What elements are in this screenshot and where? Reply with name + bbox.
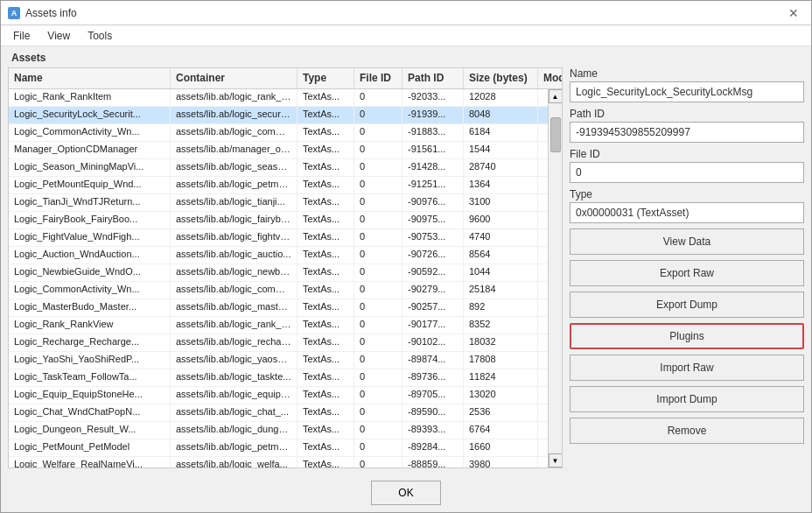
table-row[interactable]: Logic_TaskTeam_FollowTa...assets/lib.ab/… — [9, 369, 548, 387]
table-row[interactable]: Logic_NewbieGuide_WndO...assets/lib.ab/l… — [9, 264, 548, 282]
table-row[interactable]: Logic_TianJi_WndTJReturn...assets/lib.ab… — [9, 194, 548, 212]
scrollbar[interactable]: ▲ ▼ — [548, 89, 562, 467]
table-cell: 2536 — [464, 404, 538, 421]
table-cell: 0 — [354, 439, 402, 456]
menu-tools[interactable]: Tools — [79, 28, 121, 44]
table-header: Name Container Type File ID Path ID Size… — [9, 68, 562, 89]
table-cell — [538, 404, 548, 421]
table-row[interactable]: Logic_PetMount_PetModelassets/lib.ab/log… — [9, 439, 548, 457]
table-cell: 0 — [354, 212, 402, 228]
table-cell: TextAs... — [298, 422, 354, 439]
table-row[interactable]: Logic_FightValue_WndFigh...assets/lib.ab… — [9, 229, 548, 247]
table-row[interactable]: Logic_Season_MiningMapVi...assets/lib.ab… — [9, 159, 548, 177]
table-cell: 1660 — [464, 439, 538, 456]
export-raw-button[interactable]: Export Raw — [570, 260, 804, 286]
table-cell: assets/lib.ab/logic_fairybo... — [171, 212, 298, 228]
scroll-down-arrow[interactable]: ▼ — [549, 453, 563, 467]
table-cell: TextAs... — [298, 282, 354, 299]
import-dump-button[interactable]: Import Dump — [570, 386, 804, 412]
table-cell: Logic_Auction_WndAuction... — [9, 247, 171, 264]
table-cell: 0 — [354, 317, 402, 334]
table-cell: assets/lib.ab/logic_dunge... — [171, 422, 298, 439]
table-cell: assets/lib.ab/logic_fightva... — [171, 229, 298, 246]
table-row[interactable]: Logic_Auction_WndAuction...assets/lib.ab… — [9, 247, 548, 264]
table-cell: Manager_OptionCDManager — [9, 142, 171, 158]
table-cell: -90753... — [402, 229, 464, 246]
table-row[interactable]: Logic_CommonActivity_Wn...assets/lib.ab/… — [9, 124, 548, 142]
table-cell: 28740 — [464, 159, 538, 176]
table-cell: 0 — [354, 352, 402, 369]
menu-view[interactable]: View — [38, 28, 79, 44]
table-cell: 3980 — [464, 457, 538, 467]
name-label: Name — [570, 67, 804, 80]
table-cell: TextAs... — [298, 352, 354, 369]
table-cell — [538, 159, 548, 176]
table-cell: 9600 — [464, 212, 538, 228]
table-row[interactable]: Logic_MasterBudo_Master...assets/lib.ab/… — [9, 299, 548, 317]
ok-button[interactable]: OK — [371, 481, 441, 505]
table-cell: 0 — [354, 299, 402, 316]
table-cell: Logic_Recharge_Recharge... — [9, 334, 171, 351]
table-cell: -89874... — [402, 352, 464, 369]
table-cell: 0 — [354, 124, 402, 141]
remove-button[interactable]: Remove — [570, 418, 804, 444]
table-row[interactable]: Logic_Rank_RankViewassets/lib.ab/logic_r… — [9, 317, 548, 334]
col-fileid: File ID — [354, 68, 402, 88]
table-row[interactable]: Logic_SecurityLock_Securit...assets/lib.… — [9, 107, 548, 124]
table-cell: 0 — [354, 422, 402, 439]
table-cell: 892 — [464, 299, 538, 316]
table-cell: TextAs... — [298, 317, 354, 334]
table-row[interactable]: Logic_Rank_RankItemassets/lib.ab/logic_r… — [9, 89, 548, 107]
path-id-input[interactable] — [570, 122, 804, 143]
table-row[interactable]: Logic_Chat_WndChatPopN...assets/lib.ab/l… — [9, 404, 548, 422]
table-cell: 0 — [354, 264, 402, 281]
table-cell: 0 — [354, 229, 402, 246]
table-cell: assets/lib.ab/logic_yaoshi... — [171, 352, 298, 369]
import-raw-button[interactable]: Import Raw — [570, 355, 804, 381]
table-cell: TextAs... — [298, 107, 354, 123]
table-cell — [538, 212, 548, 228]
table-cell: TextAs... — [298, 194, 354, 211]
table-row[interactable]: Logic_Welfare_RealNameVi...assets/lib.ab… — [9, 457, 548, 467]
table-cell: assets/lib.ab/manager_op... — [171, 142, 298, 158]
table-cell: Logic_SecurityLock_Securit... — [9, 107, 171, 123]
table-cell: assets/lib.ab/logic_securit... — [171, 107, 298, 123]
table-row[interactable]: Logic_FairyBook_FairyBoo...assets/lib.ab… — [9, 212, 548, 229]
file-id-input[interactable] — [570, 162, 804, 183]
table-cell: 0 — [354, 387, 402, 404]
table-cell: TextAs... — [298, 387, 354, 404]
table-cell: 3100 — [464, 194, 538, 211]
table-row[interactable]: Logic_Equip_EquipStoneHe...assets/lib.ab… — [9, 387, 548, 404]
export-dump-button[interactable]: Export Dump — [570, 292, 804, 318]
table-row[interactable]: Logic_YaoShi_YaoShiRedP...assets/lib.ab/… — [9, 352, 548, 369]
scroll-thumb[interactable] — [550, 117, 561, 152]
name-input[interactable] — [570, 81, 804, 102]
table-row[interactable]: Manager_OptionCDManagerassets/lib.ab/man… — [9, 142, 548, 159]
table-row[interactable]: Logic_CommonActivity_Wn...assets/lib.ab/… — [9, 282, 548, 299]
table-cell: TextAs... — [298, 89, 354, 106]
table-cell: -89705... — [402, 387, 464, 404]
table-cell: -91561... — [402, 142, 464, 158]
type-label: Type — [570, 188, 804, 200]
table-cell: assets/lib.ab/logic_rank_r... — [171, 89, 298, 106]
table-cell: 1364 — [464, 177, 538, 193]
table-cell: assets/lib.ab/logic_petmo... — [171, 177, 298, 193]
menu-file[interactable]: File — [4, 28, 38, 44]
table-cell: 6764 — [464, 422, 538, 439]
table-cell — [538, 177, 548, 193]
table-row[interactable]: Logic_Dungeon_Result_W...assets/lib.ab/l… — [9, 422, 548, 439]
table-cell: -89393... — [402, 422, 464, 439]
col-type: Type — [298, 68, 354, 88]
type-input[interactable] — [570, 202, 804, 223]
type-field-group: Type — [570, 188, 804, 223]
plugins-button[interactable]: Plugins — [570, 323, 804, 349]
table-cell: 0 — [354, 142, 402, 158]
table-body[interactable]: Logic_Rank_RankItemassets/lib.ab/logic_r… — [9, 89, 548, 467]
view-data-button[interactable]: View Data — [570, 228, 804, 255]
table-cell: -90279... — [402, 282, 464, 299]
scroll-up-arrow[interactable]: ▲ — [549, 89, 563, 103]
close-button[interactable]: ✕ — [783, 4, 804, 22]
table-row[interactable]: Logic_Recharge_Recharge...assets/lib.ab/… — [9, 334, 548, 352]
table-row[interactable]: Logic_PetMountEquip_Wnd...assets/lib.ab/… — [9, 177, 548, 194]
table-cell — [538, 142, 548, 158]
